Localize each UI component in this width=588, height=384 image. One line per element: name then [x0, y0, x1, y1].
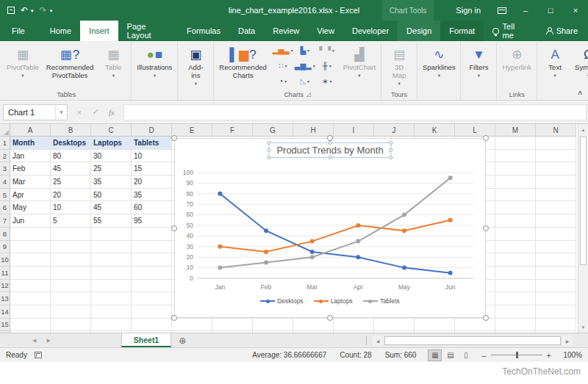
customize-qat-icon[interactable]: ▾	[50, 8, 53, 13]
enter-icon[interactable]: ✓	[88, 107, 103, 117]
title-handle[interactable]	[267, 156, 270, 159]
cell-D13[interactable]	[132, 292, 172, 305]
cell-B13[interactable]	[51, 292, 91, 305]
symbols-button[interactable]: ΩSymbols▾	[571, 43, 588, 89]
scroll-left-icon[interactable]: ◀	[373, 336, 383, 346]
insert-function-icon[interactable]: fx	[104, 108, 119, 117]
row-header-6[interactable]: 6	[0, 201, 10, 214]
cell-B4[interactable]: 25	[51, 175, 91, 189]
cell-N8[interactable]	[536, 228, 576, 241]
cell-C5[interactable]: 50	[91, 189, 132, 202]
column-header-C[interactable]: C	[91, 124, 132, 137]
chart-selection-handle[interactable]	[171, 315, 177, 321]
cell-D9[interactable]	[132, 241, 172, 254]
row-header-7[interactable]: 7	[0, 214, 10, 228]
tab-page-layout[interactable]: Page Layout	[118, 21, 179, 41]
title-handle[interactable]	[267, 148, 270, 152]
cell-A6[interactable]: May	[10, 201, 51, 214]
filters-button[interactable]: ▼Filters▾	[462, 43, 495, 89]
chart-selection-handle[interactable]	[327, 315, 333, 321]
maximize-button[interactable]: □	[538, 0, 563, 21]
save-icon[interactable]	[7, 7, 15, 14]
undo-icon[interactable]: ↶	[21, 6, 28, 15]
cell-C12[interactable]	[91, 280, 132, 293]
collapse-ribbon-icon[interactable]: ^	[578, 90, 582, 98]
chart-selection-handle[interactable]	[483, 225, 489, 231]
cell-N6[interactable]	[536, 201, 576, 214]
cell-N4[interactable]	[536, 175, 576, 189]
tab-view[interactable]: View	[308, 21, 343, 41]
page-break-view-icon[interactable]: ▯	[459, 349, 473, 361]
recommended-pivottables-button[interactable]: ▦?Recommended PivotTables	[43, 43, 97, 89]
tab-format[interactable]: Format	[440, 21, 484, 41]
cell-M11[interactable]	[495, 267, 536, 280]
insert-column-chart-button[interactable]: ▂▅▃▾	[272, 43, 294, 58]
cell-L15[interactable]	[455, 319, 495, 332]
row-header-4[interactable]: 4	[0, 175, 10, 189]
scroll-right-icon[interactable]: ▶	[562, 336, 573, 346]
cell-B12[interactable]	[51, 280, 91, 293]
vertical-scroll-thumb[interactable]	[580, 137, 587, 265]
cell-A1[interactable]: Month	[10, 137, 51, 150]
cell-B9[interactable]	[51, 241, 91, 254]
cell-B3[interactable]: 45	[51, 162, 91, 175]
column-header-A[interactable]: A	[10, 124, 51, 137]
cell-M5[interactable]	[495, 189, 536, 202]
cell-M6[interactable]	[495, 201, 536, 214]
cell-A14[interactable]	[10, 305, 51, 319]
cell-B7[interactable]: 5	[51, 214, 91, 228]
recommended-charts-button[interactable]: ▌▆?Recommended Charts	[215, 43, 270, 89]
cell-B14[interactable]	[51, 305, 91, 319]
page-layout-view-icon[interactable]: ▤	[443, 349, 457, 361]
tab-file[interactable]: File	[0, 21, 37, 41]
chart-object[interactable]: Product Trends by Month 0102030405060708…	[174, 138, 486, 318]
title-handle[interactable]	[328, 156, 331, 159]
cell-M3[interactable]	[495, 162, 536, 175]
insert-line-chart-button[interactable]: ◺▾	[294, 73, 316, 89]
column-header-M[interactable]: M	[495, 124, 536, 137]
tab-review[interactable]: Review	[264, 21, 308, 41]
next-sheet-icon[interactable]: ▶	[46, 338, 50, 344]
cell-B11[interactable]	[51, 267, 91, 280]
sign-in-button[interactable]: Sign in	[445, 0, 491, 21]
cell-B1[interactable]: Desktops	[51, 137, 91, 150]
cell-N14[interactable]	[536, 305, 576, 319]
insert-stock-chart-button[interactable]: ╫▾	[316, 58, 338, 73]
cell-I15[interactable]	[334, 319, 374, 332]
horizontal-scroll-thumb[interactable]	[384, 336, 561, 345]
insert-hierarchy-chart-button[interactable]: ▙▾	[294, 43, 316, 58]
chart-selection-handle[interactable]	[171, 135, 177, 141]
cell-J15[interactable]	[374, 319, 415, 332]
cell-G15[interactable]	[253, 319, 293, 332]
cell-N10[interactable]	[536, 253, 576, 267]
close-button[interactable]: ×	[563, 0, 588, 21]
horizontal-scrollbar[interactable]: ◀ ▶	[366, 336, 587, 346]
name-box[interactable]: Chart 1 ▾	[3, 104, 68, 120]
row-header-3[interactable]: 3	[0, 162, 10, 175]
cell-N15[interactable]	[536, 319, 576, 332]
chart-selection-handle[interactable]	[327, 135, 333, 141]
cell-K15[interactable]	[415, 319, 455, 332]
chart-selection-handle[interactable]	[171, 225, 177, 231]
zoom-level[interactable]: 100%	[559, 351, 582, 359]
undo-dropdown-icon[interactable]: ▾	[31, 8, 34, 13]
row-header-15[interactable]: 15	[0, 319, 10, 332]
chart-title[interactable]: Product Trends by Month	[268, 142, 391, 158]
cell-A3[interactable]: Feb	[10, 162, 51, 175]
tab-formulas[interactable]: Formulas	[178, 21, 229, 41]
cell-E15[interactable]	[172, 319, 212, 332]
cell-F15[interactable]	[212, 319, 253, 332]
cell-M9[interactable]	[495, 241, 536, 254]
row-header-5[interactable]: 5	[0, 189, 10, 202]
cell-C13[interactable]	[91, 292, 132, 305]
cell-B5[interactable]: 20	[51, 189, 91, 202]
cell-N12[interactable]	[536, 280, 576, 293]
column-header-L[interactable]: L	[455, 124, 495, 137]
title-handle[interactable]	[328, 141, 331, 145]
column-header-J[interactable]: J	[374, 124, 415, 137]
cell-A7[interactable]: Jun	[10, 214, 51, 228]
legend-item-tablets[interactable]: Tablets	[363, 297, 400, 305]
column-header-D[interactable]: D	[132, 124, 172, 137]
cell-D12[interactable]	[132, 280, 172, 293]
chart-selection-handle[interactable]	[483, 135, 489, 141]
